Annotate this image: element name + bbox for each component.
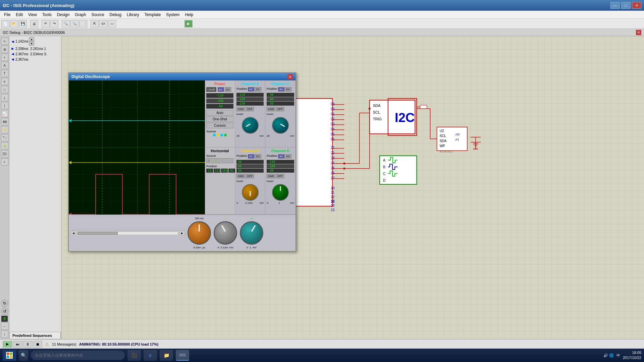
- menu-system[interactable]: System: [163, 12, 182, 18]
- ch-a-off[interactable]: OFF: [246, 107, 254, 111]
- zoom-fit-button[interactable]: ⬜: [79, 20, 87, 27]
- generator-tool[interactable]: ⚡: [1, 126, 8, 133]
- ch-a-dot[interactable]: [213, 134, 216, 136]
- one-shot-button[interactable]: One-Shot: [206, 116, 233, 122]
- menu-tools[interactable]: Tools: [40, 12, 54, 18]
- menu-debug[interactable]: Debug: [107, 12, 124, 18]
- play-button[interactable]: ▶: [3, 341, 12, 348]
- ch-c-off[interactable]: OFF: [276, 107, 284, 111]
- new-button[interactable]: 📄: [1, 20, 9, 27]
- ch-c-ac[interactable]: AC: [278, 87, 284, 92]
- step-button[interactable]: ⏭: [13, 341, 22, 348]
- menu-source[interactable]: Source: [89, 12, 107, 18]
- ch-a-ac[interactable]: AC: [248, 87, 254, 92]
- close-button[interactable]: ✕: [632, 2, 641, 9]
- select-button[interactable]: ⇱: [91, 20, 99, 27]
- zoom-in-button[interactable]: 🔍: [62, 20, 70, 27]
- menu-edit[interactable]: Edit: [13, 12, 25, 18]
- battery-tool[interactable]: 🔋: [1, 142, 8, 149]
- text-tool[interactable]: T: [1, 70, 8, 77]
- flip-h-button[interactable]: ↔: [1, 322, 8, 330]
- ch-a-gnd[interactable]: GND: [236, 107, 245, 111]
- scroll-right-button[interactable]: ►: [179, 231, 185, 235]
- 2d-tool[interactable]: 2D: [1, 150, 8, 158]
- flip-v-button[interactable]: ↕: [1, 330, 8, 338]
- marker-tool[interactable]: +: [1, 158, 8, 166]
- ch-d-switches[interactable]: GND OFF: [267, 174, 294, 178]
- isis-button[interactable]: ISIS: [176, 350, 189, 361]
- redo-button[interactable]: ↷: [50, 20, 58, 27]
- ch-d-dot[interactable]: [224, 134, 227, 136]
- terminal-tool[interactable]: ⊥: [1, 94, 8, 101]
- open-button[interactable]: 📂: [10, 20, 18, 27]
- ch-d-dc[interactable]: DC: [285, 154, 291, 159]
- print-button[interactable]: 🖨: [30, 20, 38, 27]
- probe-tool[interactable]: 🔭: [1, 134, 8, 141]
- ch-b-ac[interactable]: AC: [248, 154, 254, 159]
- ch-b-dc[interactable]: DC: [255, 154, 261, 159]
- debug-scroll-1[interactable]: ▲ ▼: [29, 37, 34, 46]
- ch-b-knob[interactable]: [242, 184, 259, 201]
- bus-tool[interactable]: ≡: [1, 78, 8, 85]
- pin-tool[interactable]: |: [1, 102, 8, 109]
- menu-graph[interactable]: Graph: [72, 12, 89, 18]
- edge-button[interactable]: e: [144, 350, 157, 361]
- run-button[interactable]: ▶: [184, 20, 193, 27]
- menu-library[interactable]: Library: [124, 12, 142, 18]
- tag-button[interactable]: 🏷: [99, 20, 107, 27]
- horizontal-scrollbar[interactable]: ◄ ►: [71, 230, 185, 236]
- menu-help[interactable]: Help: [182, 12, 196, 18]
- ch-d-ac[interactable]: AC: [278, 154, 284, 159]
- ch-a-dc[interactable]: DC: [255, 87, 261, 92]
- scroll-left-button[interactable]: ◄: [71, 231, 76, 235]
- cursors-button[interactable]: Cursors: [206, 123, 233, 128]
- ch-c-gnd[interactable]: GND: [267, 107, 275, 111]
- ch-b-big-knob[interactable]: [214, 221, 237, 245]
- down-arrow-1[interactable]: ▼: [29, 42, 34, 46]
- ch-d-gnd[interactable]: GND: [267, 174, 275, 178]
- ch-a-switches[interactable]: GND OFF: [236, 107, 264, 111]
- debug-close-button[interactable]: ✕: [636, 30, 641, 35]
- ch-b-dot[interactable]: [217, 134, 219, 136]
- search-button[interactable]: 🔍: [19, 350, 28, 361]
- ch-d-off[interactable]: OFF: [276, 174, 284, 178]
- graph-tool[interactable]: 📈: [1, 110, 8, 117]
- ch-b-off[interactable]: OFF: [246, 174, 254, 178]
- up-arrow-1[interactable]: ▲: [29, 37, 34, 41]
- dc-switch[interactable]: DC: [225, 87, 231, 92]
- ch-c-knob[interactable]: [272, 117, 289, 134]
- ch-c-dot[interactable]: [220, 134, 223, 136]
- rotate-cw-button[interactable]: ↻: [1, 300, 8, 307]
- auto-button[interactable]: Auto: [206, 110, 233, 116]
- save-button[interactable]: 💾: [19, 20, 27, 27]
- time-knob[interactable]: [187, 221, 211, 245]
- ch-c-dc[interactable]: DC: [285, 87, 291, 92]
- taskbar-search-input[interactable]: [31, 351, 125, 360]
- ch-b-switches[interactable]: GND OFF: [236, 174, 264, 178]
- ch-b-gnd[interactable]: GND: [236, 174, 245, 178]
- ch-d-big-knob[interactable]: [240, 221, 263, 245]
- oscilloscope-close-button[interactable]: ✕: [287, 74, 293, 79]
- file-explorer-button[interactable]: 📁: [160, 350, 173, 361]
- wire-button[interactable]: —: [108, 20, 116, 27]
- start-button[interactable]: [3, 350, 16, 361]
- tape-tool[interactable]: 📼: [1, 118, 8, 125]
- junction-tool[interactable]: •: [1, 54, 8, 61]
- menu-template[interactable]: Template: [142, 12, 164, 18]
- menu-view[interactable]: View: [25, 12, 40, 18]
- scroll-track[interactable]: [77, 232, 178, 235]
- ch-d-knob[interactable]: [272, 184, 289, 201]
- subcircuit-tool[interactable]: □: [1, 86, 8, 93]
- ch-c-switches[interactable]: GND OFF: [267, 107, 294, 111]
- ch-a-knob[interactable]: [242, 117, 259, 134]
- pointer-tool[interactable]: ↖: [1, 38, 8, 45]
- zoom-out-button[interactable]: 🔍: [70, 20, 78, 27]
- menu-file[interactable]: File: [1, 12, 13, 18]
- pause-button[interactable]: ⏸: [23, 341, 32, 348]
- rotate-ccw-button[interactable]: ↺: [1, 308, 8, 315]
- ac-dc-switches[interactable]: AC DC: [218, 87, 231, 92]
- menu-design[interactable]: Design: [54, 12, 72, 18]
- component-tool[interactable]: ⊞: [1, 46, 8, 53]
- wire-label-tool[interactable]: A: [1, 62, 8, 69]
- stop-button[interactable]: ⏹: [33, 341, 42, 348]
